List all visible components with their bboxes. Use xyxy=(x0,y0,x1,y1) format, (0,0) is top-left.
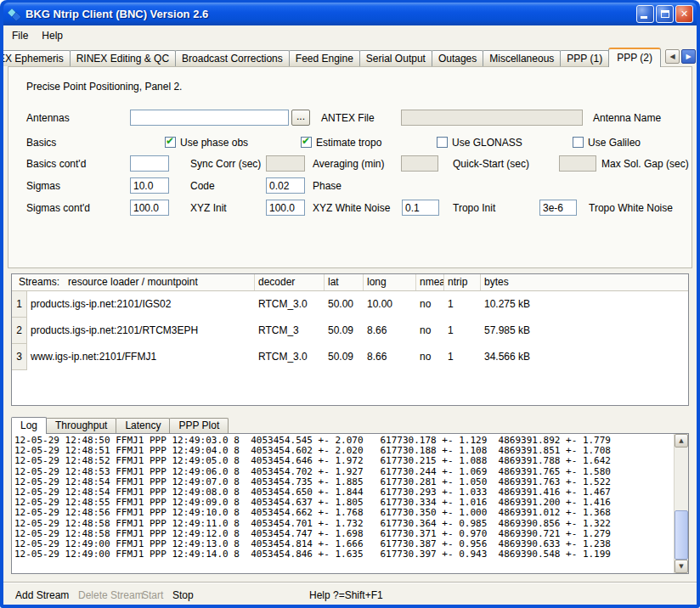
tab-serial-output[interactable]: Serial Output xyxy=(359,50,432,66)
stream-lat: 50.09 xyxy=(325,318,364,344)
tropo-white-noise-input[interactable] xyxy=(539,200,577,216)
bottom-action-bar: Add Stream Delete Stream Start Stop Help… xyxy=(3,582,697,604)
use-phase-obs-label: Use phase obs xyxy=(180,134,248,151)
log-scrollbar[interactable]: ▲ ▼ xyxy=(674,434,688,573)
row-number: 1 xyxy=(12,291,27,318)
menu-file[interactable]: File xyxy=(5,27,35,44)
tab-scroll-left-button[interactable]: ◀ xyxy=(665,49,680,64)
tab-ppp-plot[interactable]: PPP Plot xyxy=(169,418,229,433)
minimize-button[interactable] xyxy=(636,5,654,23)
maximize-icon xyxy=(661,10,669,18)
sync-corr-label: Sync Corr (sec) xyxy=(190,155,261,172)
max-sol-gap-input xyxy=(559,155,596,172)
antenna-name-label: Antenna Name xyxy=(593,110,661,127)
tab-rinex-ephemeris[interactable]: EX Ephemeris xyxy=(3,50,71,66)
use-phase-obs-checkbox[interactable]: ✔ xyxy=(165,137,176,148)
antennas-input[interactable] xyxy=(130,110,289,126)
maximize-button[interactable] xyxy=(656,5,674,23)
tab-feed-engine[interactable]: Feed Engine xyxy=(289,50,360,66)
header-bytes: bytes xyxy=(481,274,688,290)
stream-ntrip: 1 xyxy=(444,344,481,370)
tropo-white-noise-label: Tropo White Noise xyxy=(589,200,673,217)
header-mountpoint: Streams: resource loader / mountpoint xyxy=(12,274,255,290)
stream-lat: 50.00 xyxy=(325,291,364,318)
tab-latency[interactable]: Latency xyxy=(116,418,170,433)
check-icon: ✔ xyxy=(166,136,174,147)
averaging-label: Averaging (min) xyxy=(313,155,384,172)
tab-rinex-editing-qc[interactable]: RINEX Editing & QC xyxy=(70,50,176,66)
tab-broadcast-corrections[interactable]: Broadcast Corrections xyxy=(175,50,290,66)
sigma-code-input[interactable] xyxy=(130,177,169,194)
scrollbar-thumb[interactable] xyxy=(675,510,688,560)
stop-button[interactable]: Stop xyxy=(172,589,194,601)
estimate-tropo-checkbox[interactable]: ✔ xyxy=(301,137,312,148)
header-lat: lat xyxy=(325,274,364,290)
basics-label: Basics xyxy=(26,134,56,151)
sigmas-label: Sigmas xyxy=(26,177,60,194)
add-stream-button[interactable]: Add Stream xyxy=(15,589,69,601)
tab-scroll-right-button[interactable]: ▶ xyxy=(681,49,696,64)
xyz-init-input[interactable] xyxy=(130,200,169,216)
use-galileo-checkbox[interactable] xyxy=(573,137,584,148)
xyz-white-noise-label: XYZ White Noise xyxy=(313,200,390,217)
log-line: 12-05-29 12:48:52 FFMJ1 PPP 12:49:05.0 8… xyxy=(14,456,674,466)
sigma-phase-input[interactable] xyxy=(266,177,305,194)
antex-browse-button[interactable]: ... xyxy=(291,110,310,126)
tropo-init-input[interactable] xyxy=(402,200,439,216)
basics-row: Basics ✔ Use phase obs ✔ Estimate tropo … xyxy=(8,134,692,151)
app-icon xyxy=(8,7,22,21)
stream-row[interactable]: 2 products.igs-ip.net:2101/RTCM3EPH RTCM… xyxy=(12,318,688,344)
stream-bytes: 34.566 kB xyxy=(481,344,688,370)
tab-throughput[interactable]: Throughput xyxy=(46,418,116,433)
scrollbar-track[interactable] xyxy=(675,448,688,560)
use-galileo-label: Use Galileo xyxy=(588,134,641,151)
stream-row[interactable]: 3 www.igs-ip.net:2101/FFMJ1 RTCM_3.0 50.… xyxy=(12,344,688,370)
stream-bytes: 57.985 kB xyxy=(481,318,688,344)
quick-start-input xyxy=(401,155,438,172)
estimate-tropo-label: Estimate tropo xyxy=(316,134,381,151)
ppp-panel-2: Precise Point Positioning, Panel 2. Ante… xyxy=(8,66,692,268)
tab-outages[interactable]: Outages xyxy=(432,50,483,66)
quick-start-label: Quick-Start (sec) xyxy=(453,155,529,172)
close-button[interactable]: ✕ xyxy=(675,5,693,23)
panel-description: Precise Point Positioning, Panel 2. xyxy=(26,81,182,93)
stream-long: 10.00 xyxy=(364,291,416,318)
start-button: Start xyxy=(142,589,163,601)
stream-mountpoint: www.igs-ip.net:2101/FFMJ1 xyxy=(27,344,255,370)
stream-lat: 50.09 xyxy=(325,344,364,370)
antex-file-label: ANTEX File xyxy=(321,110,375,127)
basics-contd-label: Basics cont'd xyxy=(26,155,86,172)
sigmas-contd-label: Sigmas cont'd xyxy=(26,200,90,217)
sigma-code-label: Code xyxy=(190,177,215,194)
tab-miscellaneous[interactable]: Miscellaneous xyxy=(483,50,561,66)
max-sol-gap-label: Max Sol. Gap (sec) xyxy=(601,155,689,172)
sync-corr-input[interactable] xyxy=(130,155,169,172)
stream-mountpoint: products.igs-ip.net:2101/RTCM3EPH xyxy=(27,318,255,344)
log-content[interactable]: 12-05-29 12:48:50 FFMJ1 PPP 12:49:03.0 8… xyxy=(12,434,674,573)
sigmas-contd-row: Sigmas cont'd XYZ Init XYZ White Noise T… xyxy=(8,200,692,217)
close-icon: ✕ xyxy=(680,9,688,19)
header-long: long xyxy=(364,274,416,290)
xyz-white-noise-input[interactable] xyxy=(266,200,305,216)
tab-ppp-1[interactable]: PPP (1) xyxy=(560,50,609,66)
averaging-input xyxy=(266,155,305,172)
stream-ntrip: 1 xyxy=(444,291,481,318)
bnc-window: BKG Ntrip Client (BNC) Version 2.6 ✕ Fil… xyxy=(0,0,700,608)
stream-row[interactable]: 1 products.igs-ip.net:2101/IGS02 RTCM_3.… xyxy=(12,291,688,318)
stream-long: 8.66 xyxy=(364,318,416,344)
menu-help[interactable]: Help xyxy=(35,27,70,44)
delete-stream-button: Delete Stream xyxy=(78,589,144,601)
stream-long: 8.66 xyxy=(364,344,416,370)
tab-log[interactable]: Log xyxy=(11,417,47,434)
window-body: File Help EX Ephemeris RINEX Editing & Q… xyxy=(3,25,697,605)
use-glonass-label: Use GLONASS xyxy=(452,134,522,151)
scroll-down-button[interactable]: ▼ xyxy=(675,560,688,573)
tab-ppp-2[interactable]: PPP (2) xyxy=(608,48,661,67)
use-glonass-checkbox[interactable] xyxy=(437,137,448,148)
tropo-init-label: Tropo Init xyxy=(453,200,495,217)
help-button[interactable]: Help ?=Shift+F1 xyxy=(309,589,383,601)
header-nmea: nmea xyxy=(416,274,444,290)
log-line: 12-05-29 12:48:58 FFMJ1 PPP 12:49:11.0 8… xyxy=(14,519,674,529)
scroll-up-button[interactable]: ▲ xyxy=(675,434,688,448)
log-line: 12-05-29 12:48:56 FFMJ1 PPP 12:49:10.0 8… xyxy=(14,508,674,518)
